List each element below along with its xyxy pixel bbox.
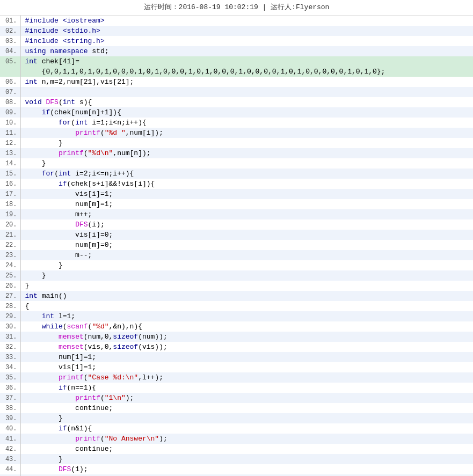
line-code: num[1]=1; bbox=[20, 352, 473, 362]
line-number: 12. bbox=[0, 138, 20, 148]
line-code: for(int i=2;i<=n;i++){ bbox=[20, 169, 473, 179]
table-row: 26.} bbox=[0, 281, 473, 291]
table-row: 19. m++; bbox=[0, 209, 473, 219]
line-number: 33. bbox=[0, 352, 20, 362]
line-code: DFS(1); bbox=[20, 464, 473, 474]
table-row: 01.#include <iostream> bbox=[0, 16, 473, 26]
table-row: 02.#include <stdio.h> bbox=[0, 26, 473, 36]
line-number: 14. bbox=[0, 158, 20, 169]
line-number: 05. bbox=[0, 56, 20, 67]
table-row: 18. num[m]=i; bbox=[0, 199, 473, 209]
line-code: vis[1]=1; bbox=[20, 362, 473, 372]
table-row: 06.int n,m=2,num[21],vis[21]; bbox=[0, 77, 473, 87]
table-row: 10. for(int i=1;i<n;i++){ bbox=[0, 118, 473, 128]
line-code: if(n==1){ bbox=[20, 383, 473, 393]
table-row: 37. printf("1\n"); bbox=[0, 393, 473, 403]
table-row: 36. if(n==1){ bbox=[0, 383, 473, 393]
line-number: 02. bbox=[0, 26, 20, 36]
table-row: 35. printf("Case %d:\n",l++); bbox=[0, 372, 473, 383]
line-number: 42. bbox=[0, 444, 20, 454]
line-number: 43. bbox=[0, 454, 20, 464]
line-number: 01. bbox=[0, 16, 20, 26]
table-row: 15. for(int i=2;i<=n;i++){ bbox=[0, 169, 473, 179]
table-row: 13. printf("%d\n",num[n]); bbox=[0, 148, 473, 158]
line-code: int l=1; bbox=[20, 311, 473, 321]
line-number: 19. bbox=[0, 209, 20, 219]
line-code: void DFS(int s){ bbox=[20, 97, 473, 107]
table-row: 31. memset(num,0,sizeof(num)); bbox=[0, 332, 473, 342]
table-row: 41. printf("No Answer\n"); bbox=[0, 434, 473, 444]
table-row: 34. vis[1]=1; bbox=[0, 362, 473, 372]
line-number: 11. bbox=[0, 128, 20, 138]
line-number: 18. bbox=[0, 199, 20, 209]
table-row: 07. bbox=[0, 87, 473, 97]
line-code: printf("%d\n",num[n]); bbox=[20, 148, 473, 158]
line-number: 17. bbox=[0, 189, 20, 199]
table-row: 12. } bbox=[0, 138, 473, 148]
line-number: 20. bbox=[0, 219, 20, 230]
table-row: 03.#include <string.h> bbox=[0, 36, 473, 46]
line-code: while(scanf("%d",&n),n){ bbox=[20, 321, 473, 332]
line-number: 34. bbox=[0, 362, 20, 372]
line-code: num[m]=i; bbox=[20, 199, 473, 209]
line-code: } bbox=[20, 413, 473, 423]
line-code: if(chek[num[n]+1]){ bbox=[20, 107, 473, 118]
line-code: m--; bbox=[20, 250, 473, 260]
line-code: } bbox=[20, 281, 473, 291]
line-code: for(int i=1;i<n;i++){ bbox=[20, 118, 473, 128]
line-number: 29. bbox=[0, 311, 20, 321]
line-number: 36. bbox=[0, 383, 20, 393]
header: 运行时间：2016-08-19 10:02:19 | 运行人:Flyerson bbox=[0, 0, 473, 15]
table-row: 38. continue; bbox=[0, 403, 473, 413]
line-number: 32. bbox=[0, 342, 20, 352]
table-row: 40. if(n&1){ bbox=[0, 423, 473, 434]
line-code: printf("Case %d:\n",l++); bbox=[20, 372, 473, 383]
table-row: 27.int main() bbox=[0, 291, 473, 301]
line-number: 22. bbox=[0, 240, 20, 250]
table-row: 22. num[m]=0; bbox=[0, 240, 473, 250]
table-row: 08.void DFS(int s){ bbox=[0, 97, 473, 107]
line-code: memset(num,0,sizeof(num)); bbox=[20, 332, 473, 342]
line-number: 39. bbox=[0, 413, 20, 423]
line-number: 27. bbox=[0, 291, 20, 301]
table-row: 09. if(chek[num[n]+1]){ bbox=[0, 107, 473, 118]
line-code: #include <string.h> bbox=[20, 36, 473, 46]
code-table: 01.#include <iostream>02.#include <stdio… bbox=[0, 16, 473, 476]
line-code: vis[i]=1; bbox=[20, 189, 473, 199]
line-code: } bbox=[20, 260, 473, 270]
table-row: 04.using namespace std; bbox=[0, 46, 473, 56]
line-number: 26. bbox=[0, 281, 20, 291]
line-code: DFS(i); bbox=[20, 219, 473, 230]
header-text: 运行时间：2016-08-19 10:02:19 | 运行人:Flyerson bbox=[144, 3, 330, 11]
line-number bbox=[0, 67, 20, 77]
table-row: 23. m--; bbox=[0, 250, 473, 260]
line-number: 44. bbox=[0, 464, 20, 474]
line-number: 09. bbox=[0, 107, 20, 118]
table-row: 16. if(chek[s+i]&&!vis[i]){ bbox=[0, 179, 473, 189]
table-row: 14. } bbox=[0, 158, 473, 169]
line-number: 21. bbox=[0, 230, 20, 240]
line-code: { bbox=[20, 301, 473, 311]
line-number: 04. bbox=[0, 46, 20, 56]
line-code: } bbox=[20, 454, 473, 464]
table-row: 33. num[1]=1; bbox=[0, 352, 473, 362]
line-code: printf("%d ",num[i]); bbox=[20, 128, 473, 138]
line-number: 41. bbox=[0, 434, 20, 444]
line-number: 24. bbox=[0, 260, 20, 270]
line-number: 03. bbox=[0, 36, 20, 46]
line-number: 25. bbox=[0, 270, 20, 281]
table-row: 20. DFS(i); bbox=[0, 219, 473, 230]
line-code: int n,m=2,num[21],vis[21]; bbox=[20, 77, 473, 87]
line-number: 30. bbox=[0, 321, 20, 332]
table-row: 42. continue; bbox=[0, 444, 473, 454]
line-number: 06. bbox=[0, 77, 20, 87]
line-number: 37. bbox=[0, 393, 20, 403]
line-code: } bbox=[20, 138, 473, 148]
table-row: 32. memset(vis,0,sizeof(vis)); bbox=[0, 342, 473, 352]
table-row: 25. } bbox=[0, 270, 473, 281]
table-row: 29. int l=1; bbox=[0, 311, 473, 321]
line-number: 13. bbox=[0, 148, 20, 158]
line-number: 16. bbox=[0, 179, 20, 189]
line-code bbox=[20, 87, 473, 97]
table-row: 21. vis[i]=0; bbox=[0, 230, 473, 240]
